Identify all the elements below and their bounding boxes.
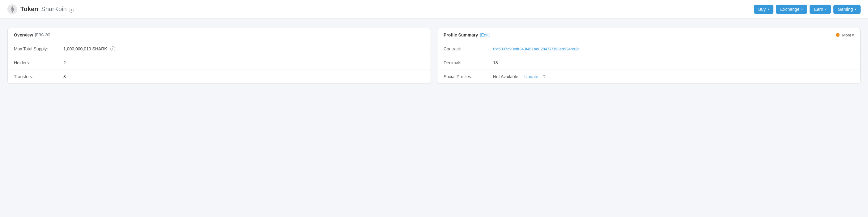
buy-chevron-icon: ▾ bbox=[768, 7, 769, 11]
social-not-available-text: Not Available, bbox=[493, 74, 519, 79]
contract-value: 0xf5837c90efff343f461bd828477f093ed924bd… bbox=[493, 47, 579, 51]
social-question-mark: ? bbox=[543, 74, 546, 79]
supply-info-icon[interactable]: i bbox=[111, 46, 115, 51]
earn-chevron-icon: ▾ bbox=[825, 7, 827, 11]
main-content: Overview [ERC-20] Max Total Supply: 1,00… bbox=[0, 19, 868, 93]
overview-card: Overview [ERC-20] Max Total Supply: 1,00… bbox=[7, 28, 431, 84]
holders-value: 2 bbox=[63, 60, 66, 65]
gaming-button[interactable]: Gaming ▾ bbox=[833, 5, 861, 14]
overview-title: Overview bbox=[14, 32, 33, 37]
max-supply-value: 1,000,000,010 SHARK i bbox=[63, 46, 115, 51]
header-left: Token SharKoin i bbox=[7, 4, 74, 14]
token-name: SharKoin bbox=[41, 6, 66, 12]
contract-label: Contract: bbox=[443, 46, 493, 51]
social-label: Social Profiles: bbox=[443, 74, 493, 79]
edit-link[interactable]: [Edit] bbox=[480, 32, 490, 37]
profile-header: Profile Summary [Edit] More ▾ bbox=[437, 28, 860, 42]
profile-header-right: More ▾ bbox=[836, 33, 854, 37]
overview-badge: [ERC-20] bbox=[35, 33, 50, 37]
max-supply-row: Max Total Supply: 1,000,000,010 SHARK i bbox=[8, 42, 431, 56]
token-info-icon[interactable]: i bbox=[69, 8, 74, 13]
more-button[interactable]: More ▾ bbox=[842, 33, 854, 37]
gaming-chevron-icon: ▾ bbox=[855, 7, 856, 11]
page-header: Token SharKoin i Buy ▾ Exchange ▾ Earn ▾… bbox=[0, 0, 868, 19]
exchange-chevron-icon: ▾ bbox=[801, 7, 803, 11]
eth-logo-icon bbox=[7, 4, 17, 14]
profile-title: Profile Summary bbox=[443, 32, 478, 37]
social-value: Not Available, Update ? bbox=[493, 74, 546, 79]
earn-button[interactable]: Earn ▾ bbox=[810, 5, 831, 14]
page-title: Token SharKoin i bbox=[21, 6, 74, 13]
max-supply-label: Max Total Supply: bbox=[14, 46, 63, 51]
exchange-button[interactable]: Exchange ▾ bbox=[776, 5, 807, 14]
status-dot-icon bbox=[836, 33, 840, 37]
social-update-link[interactable]: Update bbox=[524, 74, 538, 79]
holders-label: Holders: bbox=[14, 60, 63, 65]
transfers-row: Transfers: 3 bbox=[8, 70, 431, 84]
transfers-value: 3 bbox=[63, 74, 66, 79]
more-chevron-icon: ▾ bbox=[852, 33, 854, 37]
holders-row: Holders: 2 bbox=[8, 56, 431, 70]
decimals-value: 18 bbox=[493, 60, 498, 65]
profile-card: Profile Summary [Edit] More ▾ Contract: … bbox=[437, 28, 861, 84]
buy-button[interactable]: Buy ▾ bbox=[754, 5, 773, 14]
decimals-row: Decimals: 18 bbox=[437, 56, 860, 70]
profile-header-left: Profile Summary [Edit] bbox=[443, 32, 490, 37]
header-actions: Buy ▾ Exchange ▾ Earn ▾ Gaming ▾ bbox=[754, 5, 861, 14]
transfers-label: Transfers: bbox=[14, 74, 63, 79]
social-row: Social Profiles: Not Available, Update ? bbox=[437, 70, 860, 84]
overview-header: Overview [ERC-20] bbox=[8, 28, 431, 42]
token-label: Token bbox=[21, 6, 38, 12]
contract-row: Contract: 0xf5837c90efff343f461bd828477f… bbox=[437, 42, 860, 56]
contract-address-link[interactable]: 0xf5837c90efff343f461bd828477f093ed924bd… bbox=[493, 47, 579, 51]
decimals-label: Decimals: bbox=[443, 60, 493, 65]
